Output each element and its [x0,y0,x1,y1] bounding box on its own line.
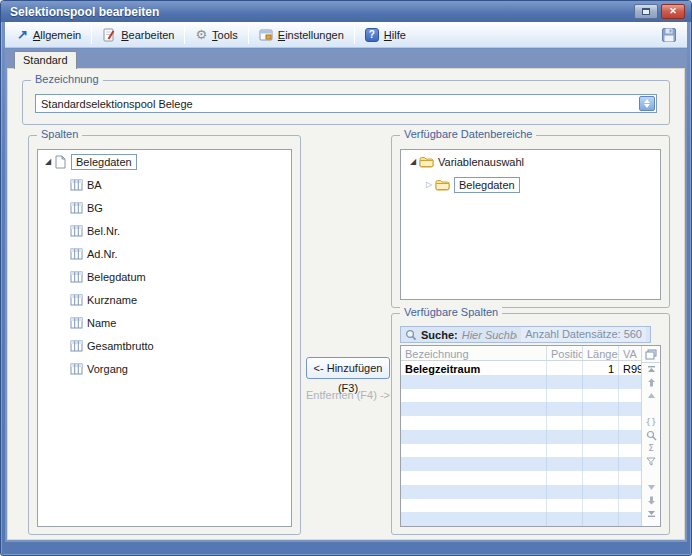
spalten-grid: Bezeichnung Position Länge VA Belegzeitr… [400,345,661,527]
column-header-bezeichnung[interactable]: Bezeichnung [401,346,547,360]
table-column-icon [70,202,83,214]
cell-va: R99 [619,361,641,375]
page-up-icon[interactable] [644,389,658,402]
column-header-laenge[interactable]: Länge [583,346,619,360]
grid-header: Bezeichnung Position Länge VA [401,346,641,361]
column-chooser-button[interactable] [642,346,660,363]
tree-node-label: Ad.Nr. [87,248,118,260]
toolbar-item-hilfe[interactable]: ? Hilfe [357,25,414,45]
tree-node-label: Variablenauswahl [438,156,524,168]
tree-node-label: Belegdaten [71,154,137,170]
table-column-icon [70,317,83,329]
toolbar-item-bearbeiten[interactable]: Bearbeiten [94,25,182,45]
tree-node-label: Kurzname [87,294,137,306]
tree-node-label: Belegdatum [87,271,146,283]
empty-row [401,444,641,458]
folder-icon [435,179,450,191]
empty-row [401,512,641,526]
tree-node-column[interactable]: BA [38,173,291,196]
empty-row [401,389,641,403]
toolbar-separator [91,26,92,44]
window-title: Selektionspool bearbeiten [10,5,631,19]
tree-node-column[interactable]: Gesamtbrutto [38,334,291,357]
cell-position [547,361,583,375]
empty-row [401,485,641,499]
goto-record-icon[interactable]: {} [644,416,658,429]
toolbar-label: Bearbeiten [121,29,174,41]
collapsed-icon[interactable]: ▷ [423,180,435,189]
filter-icon[interactable] [644,455,658,468]
search-bar[interactable]: Suche: Hier Suchbegriff einge Anzahl Dat… [400,326,651,343]
scroll-to-bottom-icon[interactable] [644,507,658,520]
save-button[interactable] [655,25,683,45]
toolbar-item-einstellungen[interactable]: Einstellungen [251,25,352,45]
gear-icon: ⚙ [195,28,207,41]
toolbar-label: Tools [212,29,238,41]
bezeichnung-combobox[interactable]: Standardselektionspool Belege [35,94,657,113]
tab-label: Standard [23,54,68,66]
datenbereiche-tree: ◢ Variablenauswahl ▷ Belegdate [400,149,661,300]
table-column-icon [70,340,83,352]
toolbar-item-tools[interactable]: ⚙ Tools [187,25,245,44]
expanded-icon[interactable]: ◢ [407,157,419,166]
tree-node-column[interactable]: Kurzname [38,288,291,311]
tree-node-column[interactable]: Bel.Nr. [38,219,291,242]
tree-node-column[interactable]: BG [38,196,291,219]
remove-button[interactable]: Entfernen (F4) -> [302,385,394,405]
table-column-icon [70,225,83,237]
table-column-icon [70,363,83,375]
toolbar-label: Hilfe [384,29,406,41]
close-icon: ✕ [669,7,677,16]
restore-button[interactable] [634,4,658,19]
tree-node-column[interactable]: Vorgang [38,357,291,380]
spalten-tree: ◢ Belegdaten BA BG [37,149,292,527]
groupbox-verfuegbare-spalten: Verfügbare Spalten Suche: Hier Suchbegri… [391,313,670,535]
tree-node-label: Gesamtbrutto [87,340,154,352]
column-header-va[interactable]: VA [619,346,641,360]
combobox-dropdown-icon[interactable] [639,96,655,111]
tree-node-column[interactable]: Ad.Nr. [38,242,291,265]
table-row[interactable]: Belegzeitraum 1 R99 [401,361,641,375]
tab-standard[interactable]: Standard [14,51,77,69]
groupbox-verfuegbare-spalten-label: Verfügbare Spalten [400,306,502,318]
column-header-position[interactable]: Position [547,346,583,360]
close-button[interactable]: ✕ [661,4,685,19]
empty-row [401,499,641,513]
document-icon [54,155,67,169]
save-floppy-icon [661,27,677,43]
empty-row [401,430,641,444]
move-up-icon[interactable] [644,376,658,389]
groupbox-spalten: Spalten ◢ Belegdaten BA [28,135,301,535]
tree-node-variablenauswahl[interactable]: ◢ Variablenauswahl [401,150,660,173]
groupbox-datenbereiche-label: Verfügbare Datenbereiche [400,128,536,140]
bezeichnung-value: Standardselektionspool Belege [41,98,193,110]
toolbar-separator [354,26,355,44]
empty-row [401,416,641,430]
tree-node-belegdaten[interactable]: ▷ Belegdaten [401,173,660,196]
cell-laenge: 1 [583,361,619,375]
toolbar-separator [184,26,185,44]
tree-node-column[interactable]: Belegdatum [38,265,291,288]
help-icon: ? [365,28,379,42]
tree-node-root[interactable]: ◢ Belegdaten [38,150,291,173]
page-down-icon[interactable] [644,481,658,494]
search-label: Suche: [421,329,458,341]
titlebar[interactable]: Selektionspool bearbeiten ✕ [1,1,691,22]
toolbar-label: Einstellungen [278,29,344,41]
toolbar-label: Allgemein [33,29,81,41]
search-input[interactable]: Hier Suchbegriff einge [462,329,518,341]
tree-node-column[interactable]: Name [38,311,291,334]
grid-search-icon[interactable] [644,429,658,442]
scroll-to-top-icon[interactable] [644,363,658,376]
groupbox-bezeichnung: Bezeichnung Standardselektionspool Beleg… [22,80,670,125]
sum-icon[interactable]: Σ [644,442,658,455]
add-button[interactable]: <- Hinzufügen (F3) [306,357,390,379]
tree-node-label: BG [87,202,103,214]
folder-icon [419,156,434,168]
settings-window-icon [259,28,273,42]
toolbar-item-allgemein[interactable]: ↗ Allgemein [9,25,89,44]
expanded-icon[interactable]: ◢ [42,157,54,166]
move-down-icon[interactable] [644,494,658,507]
table-column-icon [70,179,83,191]
toolbar-separator [248,26,249,44]
